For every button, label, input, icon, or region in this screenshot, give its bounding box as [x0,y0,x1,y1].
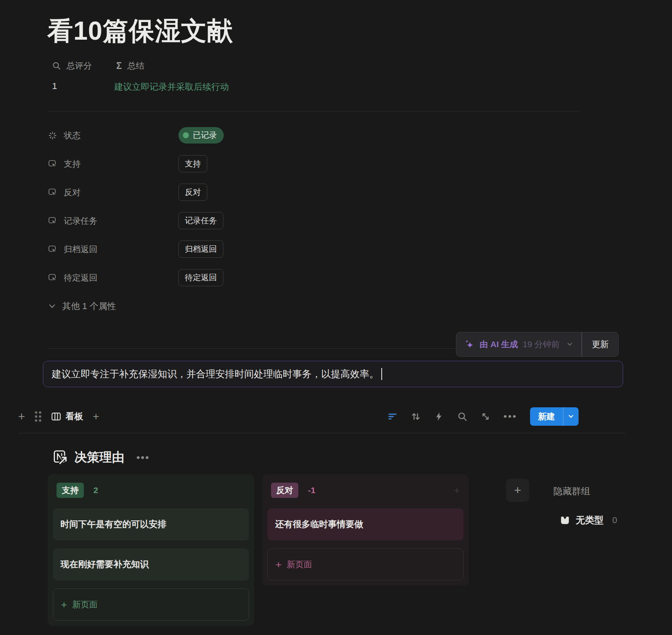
ai-summary-text: 建议立即专注于补充保湿知识，并合理安排时间处理临时事务，以提高效率。 [52,368,379,380]
chevron-down-icon [566,341,573,348]
record-task-property-button[interactable]: 记录任务 [178,212,223,229]
button-cursor-icon [48,160,57,168]
button-cursor-icon [48,273,57,282]
status-dot [183,132,189,138]
button-cursor-icon [48,245,57,254]
pending-return-property-button[interactable]: 待定返回 [178,269,223,286]
summary-value[interactable]: 建议立即记录并采取后续行动 [114,81,229,93]
property-label-oppose[interactable]: 反对 [48,187,178,198]
chevron-down-icon [567,413,575,420]
toolbar-divider [18,433,625,433]
group-pill-support[interactable]: 支持 [57,483,84,498]
sort-icon[interactable] [411,411,421,422]
sigma-icon: Σ [116,61,122,71]
status-value-pill[interactable]: 已记录 [178,127,224,144]
property-row-pending-return: 待定返回 待定返回 [48,263,579,292]
button-cursor-icon [48,188,57,197]
board-title[interactable]: 决策理由 [75,449,124,466]
property-label-status[interactable]: 状态 [48,130,178,141]
database-toolbar: + 看板 + [0,404,672,429]
group-count-oppose: -1 [308,485,316,495]
divider [48,111,579,111]
property-row-archive-return: 归档返回 归档返回 [48,235,579,263]
tab-board-view[interactable]: 看板 [51,411,83,423]
status-value: 已记录 [193,130,217,141]
board-card[interactable]: 还有很多临时事情要做 [267,508,464,540]
ai-generated-menu[interactable]: 由 AI 生成 19 分钟前 [456,332,581,356]
new-button-label: 新建 [530,407,563,426]
ai-generated-time: 19 分钟前 [523,339,560,350]
property-label-pending-return[interactable]: 待定返回 [48,272,178,283]
status-label: 状态 [64,130,81,141]
board-column-oppose: 反对 -1 + 还有很多临时事情要做 + 新页面 [262,474,469,586]
ai-generated-bar: 由 AI 生成 19 分钟前 更新 [456,332,619,357]
board-card[interactable]: 现在刚好需要补充知识 [53,548,249,580]
hidden-group-no-type[interactable]: 无类型 0 [560,514,617,526]
property-list: 状态 已记录 支持 支持 反对 反对 [48,121,579,320]
property-label-record-task[interactable]: 记录任务 [48,215,178,226]
column-header-score[interactable]: 总评分 [52,60,92,71]
no-type-label: 无类型 [576,514,603,526]
property-label-support[interactable]: 支持 [48,158,178,170]
board-title-row: 决策理由 ••• [52,449,150,466]
no-type-count: 0 [612,515,617,526]
property-row-oppose: 反对 反对 [48,178,579,206]
board-view-icon [51,411,61,422]
plus-icon: + [275,559,281,570]
filter-icon[interactable] [387,411,398,422]
oppose-property-button[interactable]: 反对 [178,184,207,201]
add-block-icon[interactable]: + [18,411,25,423]
text-cursor [381,368,382,380]
summary-header-label: 总结 [128,60,144,71]
property-label-archive-return[interactable]: 归档返回 [48,244,178,255]
group-count-support: 2 [93,485,98,495]
column-header-support: 支持 2 [57,483,245,498]
new-button-dropdown[interactable] [563,407,579,426]
new-button[interactable]: 新建 [530,407,579,426]
archive-return-property-button[interactable]: 归档返回 [178,241,223,258]
lightning-icon[interactable] [434,411,444,422]
ai-update-button[interactable]: 更新 [582,332,618,356]
more-properties-toggle[interactable]: 其他 1 个属性 [48,292,579,320]
more-options-icon[interactable]: ••• [504,411,517,422]
ai-generated-label: 由 AI 生成 [480,339,518,350]
property-row-record-task: 记录任务 记录任务 [48,206,579,235]
status-spinner-icon [48,131,57,140]
add-card-icon[interactable]: + [454,484,460,497]
score-value[interactable]: 1 [52,81,57,91]
button-cursor-icon [48,216,57,225]
board-menu-icon[interactable]: ••• [136,451,150,464]
board-column-support: 支持 2 时间下午是有空的可以安排 现在刚好需要补充知识 + 新页面 [48,474,254,626]
plus-icon: + [61,599,67,610]
chevron-down-icon [48,302,56,310]
view-tab-label: 看板 [66,411,83,423]
page-title[interactable]: 看10篇保湿文献 [47,14,233,49]
search-icon [52,61,61,70]
inbox-icon [560,515,570,526]
drag-handle-icon[interactable] [35,411,41,422]
add-view-icon[interactable]: + [93,411,99,422]
group-pill-oppose[interactable]: 反对 [271,483,298,498]
property-row-status: 状态 已记录 [48,121,579,150]
new-page-button-support[interactable]: + 新页面 [53,588,249,621]
new-page-button-oppose[interactable]: + 新页面 [267,548,464,580]
support-property-button[interactable]: 支持 [178,155,207,172]
board-card[interactable]: 时间下午是有空的可以安排 [53,508,249,540]
linked-database-icon [52,449,68,465]
search-icon[interactable] [457,411,468,422]
ai-summary-textarea[interactable]: 建议立即专注于补充保湿知识，并合理安排时间处理临时事务，以提高效率。 [43,361,623,387]
hidden-groups-label[interactable]: 隐藏群组 [553,485,590,497]
add-group-button[interactable]: + [506,479,529,502]
expand-icon[interactable] [480,411,491,422]
sparkles-icon [464,339,475,350]
column-header-oppose: 反对 -1 + [271,483,460,498]
property-row-support: 支持 支持 [48,150,579,178]
column-header-summary[interactable]: Σ 总结 [116,60,144,71]
score-header-label: 总评分 [67,60,92,71]
